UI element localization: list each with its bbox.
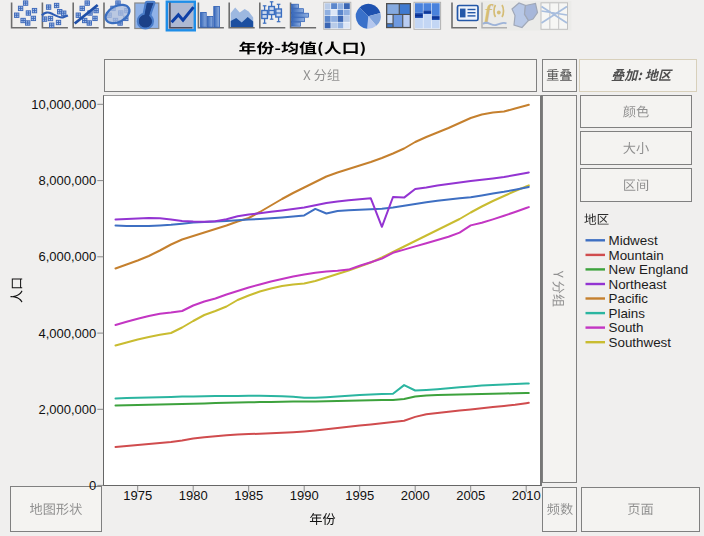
svg-text:Mountain: Mountain [609,248,664,263]
svg-text:New England: New England [609,262,689,277]
svg-text:South: South [609,320,644,335]
svg-text:Southwest: Southwest [609,335,672,350]
svg-text:Plains: Plains [609,306,646,321]
svg-text:Pacific: Pacific [609,291,649,306]
svg-text:Northeast: Northeast [609,277,667,292]
svg-text:Midwest: Midwest [609,233,658,248]
